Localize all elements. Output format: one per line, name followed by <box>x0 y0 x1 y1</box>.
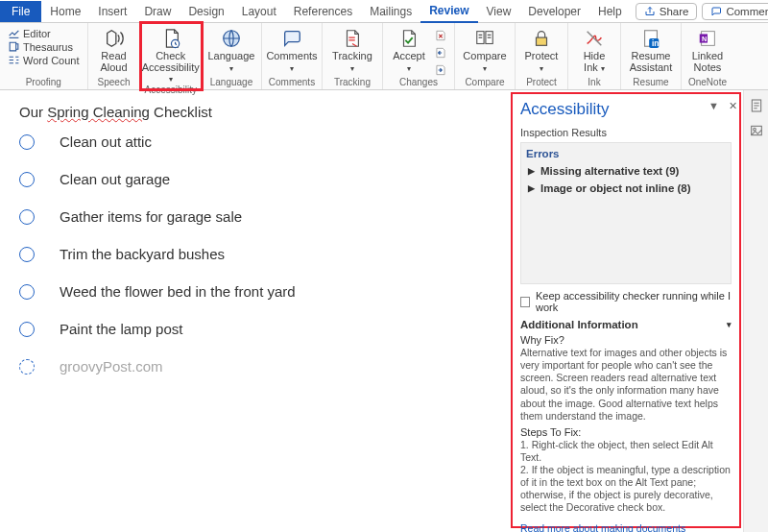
resume-assistant-button[interactable]: in ResumeAssistant <box>625 25 677 73</box>
group-compare: Compare▾ Compare <box>455 23 516 89</box>
tab-review[interactable]: Review <box>420 0 477 23</box>
checkbox-icon[interactable] <box>19 172 35 187</box>
chevron-right-icon: ▶ <box>528 166 535 176</box>
pane-title: Accessibility <box>520 100 732 119</box>
error-item[interactable]: ▶Missing alternative text (9) <box>528 165 726 177</box>
group-proofing: Editor Thesaurus Word Count Proofing <box>0 23 88 89</box>
tab-references[interactable]: References <box>285 1 361 22</box>
why-fix-heading: Why Fix? <box>520 334 732 346</box>
pane-image-icon[interactable] <box>749 123 764 138</box>
tracking-button[interactable]: Tracking▾ <box>326 25 378 73</box>
word-count-button[interactable]: Word Count <box>8 54 80 66</box>
svg-text:N: N <box>702 35 707 43</box>
why-fix-text: Alternative text for images and other ob… <box>520 347 732 423</box>
tab-home[interactable]: Home <box>41 1 89 22</box>
editor-button[interactable]: Editor <box>8 27 80 39</box>
list-item: Clean out garage <box>19 171 492 187</box>
checkbox-icon[interactable] <box>520 297 530 307</box>
right-rail <box>743 90 768 532</box>
checkbox-icon[interactable] <box>19 322 35 337</box>
prev-change-icon[interactable] <box>434 46 447 60</box>
group-comments: Comments▾ Comments <box>262 23 323 89</box>
next-change-icon[interactable] <box>434 63 447 77</box>
chevron-right-icon: ▶ <box>528 183 535 193</box>
comments-ribbon-button[interactable]: Comments▾ <box>266 25 318 73</box>
accept-button[interactable]: Accept▾ <box>387 25 431 73</box>
errors-heading: Errors <box>526 148 726 159</box>
svg-point-13 <box>753 128 756 131</box>
inspection-results-label: Inspection Results <box>520 127 732 138</box>
steps-text: 1. Right-click the object, then select E… <box>520 439 732 515</box>
checkbox-icon[interactable] <box>19 284 35 300</box>
additional-info-heading[interactable]: Additional Information▾ <box>520 319 732 330</box>
list-item: Weed the flower bed in the front yard <box>19 283 492 300</box>
group-speech: ReadAloud Speech <box>88 23 141 89</box>
svg-rect-4 <box>536 37 546 45</box>
group-accessibility: CheckAccessibility ▾ Accessibility <box>141 23 202 89</box>
hide-ink-button[interactable]: HideInk ▾ <box>572 25 616 73</box>
errors-list: Errors ▶Missing alternative text (9) ▶Im… <box>520 142 732 284</box>
read-more-link[interactable]: Read more about making documents accessi… <box>520 522 732 533</box>
checkbox-icon[interactable] <box>19 359 35 375</box>
document-canvas[interactable]: Our Spring Cleaning Checklist Clean out … <box>0 90 511 532</box>
tab-mailings[interactable]: Mailings <box>361 1 420 22</box>
tab-developer[interactable]: Developer <box>519 1 589 22</box>
share-button[interactable]: Share <box>636 3 698 20</box>
thesaurus-button[interactable]: Thesaurus <box>8 40 80 53</box>
group-ink: HideInk ▾ Ink <box>568 23 621 89</box>
list-item: Paint the lamp post <box>19 321 492 337</box>
comments-button[interactable]: Comments <box>702 3 768 20</box>
group-language: Language▾ Language <box>202 23 262 89</box>
tab-layout[interactable]: Layout <box>233 1 285 22</box>
group-protect: Protect▾ Protect <box>516 23 568 89</box>
tab-insert[interactable]: Insert <box>89 1 135 22</box>
reject-icon[interactable] <box>434 29 447 42</box>
close-icon[interactable]: ✕ <box>729 100 737 112</box>
group-onenote: N LinkedNotes OneNote <box>682 23 733 89</box>
list-item: Trim the backyard bushes <box>19 246 492 262</box>
accessibility-pane: Accessibility ▼✕ Inspection Results Erro… <box>511 92 741 528</box>
language-button[interactable]: Language▾ <box>205 25 257 73</box>
checkbox-icon[interactable] <box>19 134 35 150</box>
tab-help[interactable]: Help <box>589 1 631 22</box>
list-item: Gather items for garage sale <box>19 208 492 225</box>
compare-button[interactable]: Compare▾ <box>459 25 511 73</box>
linked-notes-button[interactable]: N LinkedNotes <box>685 25 730 73</box>
group-tracking: Tracking▾ Tracking <box>323 23 383 89</box>
svg-text:in: in <box>652 39 659 48</box>
group-resume: in ResumeAssistant Resume <box>621 23 682 89</box>
tab-design[interactable]: Design <box>180 1 232 22</box>
doc-title: Our Spring Cleaning Checklist <box>19 104 492 120</box>
tab-draw[interactable]: Draw <box>135 1 180 22</box>
protect-button[interactable]: Protect▾ <box>519 25 564 73</box>
keep-running-checkbox[interactable]: Keep accessibility checker running while… <box>520 290 732 313</box>
file-tab[interactable]: File <box>0 1 41 22</box>
check-accessibility-button[interactable]: CheckAccessibility ▾ <box>145 25 197 85</box>
pane-doc-icon[interactable] <box>749 98 764 113</box>
steps-heading: Steps To Fix: <box>520 426 732 438</box>
list-item: groovyPost.com <box>19 358 492 375</box>
error-item[interactable]: ▶Image or object not inline (8) <box>528 182 726 194</box>
checkbox-icon[interactable] <box>19 209 35 225</box>
list-item: Clean out attic <box>19 133 492 150</box>
read-aloud-button[interactable]: ReadAloud <box>92 25 136 73</box>
checkbox-icon[interactable] <box>19 247 35 262</box>
tab-view[interactable]: View <box>478 1 520 22</box>
group-changes: Accept▾ Changes <box>383 23 455 89</box>
pane-menu-icon[interactable]: ▼ <box>708 100 719 112</box>
